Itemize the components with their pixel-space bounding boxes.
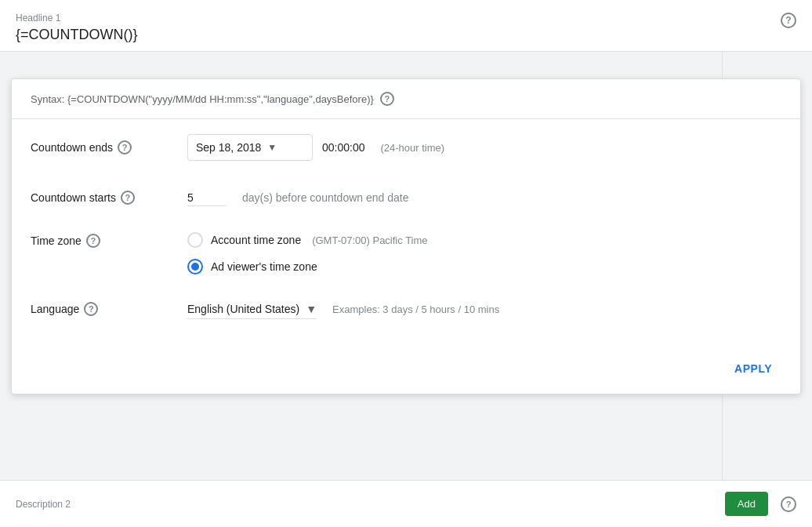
time-hint: (24-hour time) — [381, 142, 445, 154]
countdown-starts-row: Countdown starts ? day(s) before countdo… — [31, 182, 781, 213]
countdown-starts-content: day(s) before countdown end date — [187, 190, 781, 206]
language-label: Language ? — [31, 302, 187, 316]
language-value: English (United States) — [187, 303, 299, 315]
radio-account-label: Account time zone — [211, 234, 301, 246]
language-content: English (United States) ▼ Examples: 3 da… — [187, 300, 781, 319]
countdown-starts-input[interactable] — [187, 190, 227, 206]
date-dropdown-arrow: ▼ — [267, 142, 277, 153]
add-button[interactable]: Add — [725, 492, 768, 516]
countdown-ends-row: Countdown ends ? Sep 18, 2018 ▼ 00:00:00… — [31, 132, 781, 163]
time-zone-help-icon[interactable]: ? — [86, 234, 100, 248]
time-zone-content: Account time zone (GMT-07:00) Pacific Ti… — [187, 232, 781, 274]
radio-account-circle — [187, 232, 203, 248]
countdown-starts-help-icon[interactable]: ? — [121, 191, 135, 205]
syntax-text: Syntax: {=COUNTDOWN("yyyy/MM/dd HH:mm:ss… — [31, 93, 374, 105]
language-help-icon[interactable]: ? — [84, 302, 98, 316]
countdown-ends-label: Countdown ends ? — [31, 140, 187, 154]
headline-value: {=COUNTDOWN()} — [16, 27, 796, 43]
date-value: Sep 18, 2018 — [196, 141, 261, 154]
language-dropdown-arrow: ▼ — [306, 303, 317, 315]
page-wrapper: Headline 1 {=COUNTDOWN()} ? Syntax: {=CO… — [0, 0, 812, 527]
language-row: Language ? English (United States) ▼ Exa… — [31, 293, 781, 325]
apply-button[interactable]: APPLY — [725, 356, 781, 381]
description-2-label: Description 2 — [16, 499, 71, 510]
time-value: 00:00:00 — [322, 141, 365, 154]
countdown-starts-suffix: day(s) before countdown end date — [242, 191, 408, 204]
modal-panel: Syntax: {=COUNTDOWN("yyyy/MM/dd HH:mm:ss… — [11, 78, 801, 394]
radio-viewer-timezone[interactable]: Ad viewer's time zone — [187, 259, 317, 274]
syntax-bar: Syntax: {=COUNTDOWN("yyyy/MM/dd HH:mm:ss… — [12, 79, 800, 119]
countdown-starts-label: Countdown starts ? — [31, 191, 187, 205]
countdown-ends-content: Sep 18, 2018 ▼ 00:00:00 (24-hour time) — [187, 134, 781, 161]
language-examples: Examples: 3 days / 5 hours / 10 mins — [332, 303, 499, 315]
bottom-bar: Description 2 Add ? — [0, 480, 812, 527]
radio-viewer-label: Ad viewer's time zone — [211, 260, 317, 273]
radio-account-timezone[interactable]: Account time zone (GMT-07:00) Pacific Ti… — [187, 232, 428, 248]
countdown-ends-help-icon[interactable]: ? — [118, 140, 132, 154]
time-zone-row: Time zone ? Account time zone (GMT-07:00… — [31, 232, 781, 274]
time-zone-label: Time zone ? — [31, 232, 187, 248]
headline-help-icon[interactable]: ? — [781, 13, 796, 28]
language-dropdown[interactable]: English (United States) ▼ — [187, 300, 317, 319]
syntax-help-icon[interactable]: ? — [380, 92, 394, 106]
apply-row: APPLY — [12, 350, 800, 394]
radio-viewer-circle — [187, 259, 203, 274]
bottom-actions: Add ? — [725, 492, 796, 516]
headline-label: Headline 1 — [16, 13, 796, 24]
date-dropdown[interactable]: Sep 18, 2018 ▼ — [187, 134, 313, 161]
radio-account-offset: (GMT-07:00) Pacific Time — [312, 234, 427, 246]
form-rows: Countdown ends ? Sep 18, 2018 ▼ 00:00:00… — [12, 119, 800, 350]
bottom-help-icon[interactable]: ? — [781, 496, 796, 512]
headline-area: Headline 1 {=COUNTDOWN()} ? — [0, 0, 812, 52]
